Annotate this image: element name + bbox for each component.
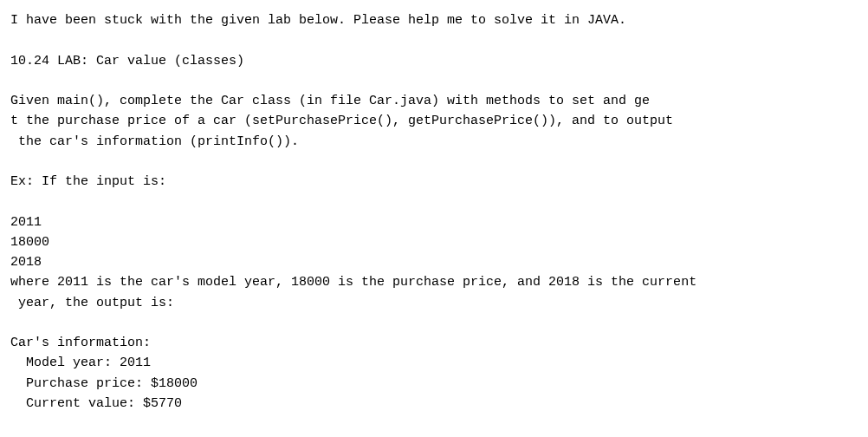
text-line: Current value: $5770 <box>10 394 858 414</box>
text-line: year, the output is: <box>10 293 858 313</box>
text-line: where 2011 is the car's model year, 1800… <box>10 272 858 292</box>
text-line: 18000 <box>10 232 858 252</box>
text-line: Purchase price: $18000 <box>10 374 858 394</box>
text-line <box>10 192 858 212</box>
text-line: 2011 <box>10 212 858 232</box>
text-line: Car's information: <box>10 333 858 353</box>
text-line: Model year: 2011 <box>10 353 858 373</box>
text-line: the car's information (printInfo()). <box>10 132 858 152</box>
text-line: 2018 <box>10 252 858 272</box>
text-line: Given main(), complete the Car class (in… <box>10 91 858 111</box>
text-line: Ex: If the input is: <box>10 172 858 192</box>
text-line: t the purchase price of a car (setPurcha… <box>10 111 858 131</box>
text-line <box>10 30 858 50</box>
text-line <box>10 71 858 91</box>
text-line: 10.24 LAB: Car value (classes) <box>10 51 858 71</box>
text-line <box>10 313 858 333</box>
text-line <box>10 152 858 172</box>
text-line: I have been stuck with the given lab bel… <box>10 10 858 30</box>
